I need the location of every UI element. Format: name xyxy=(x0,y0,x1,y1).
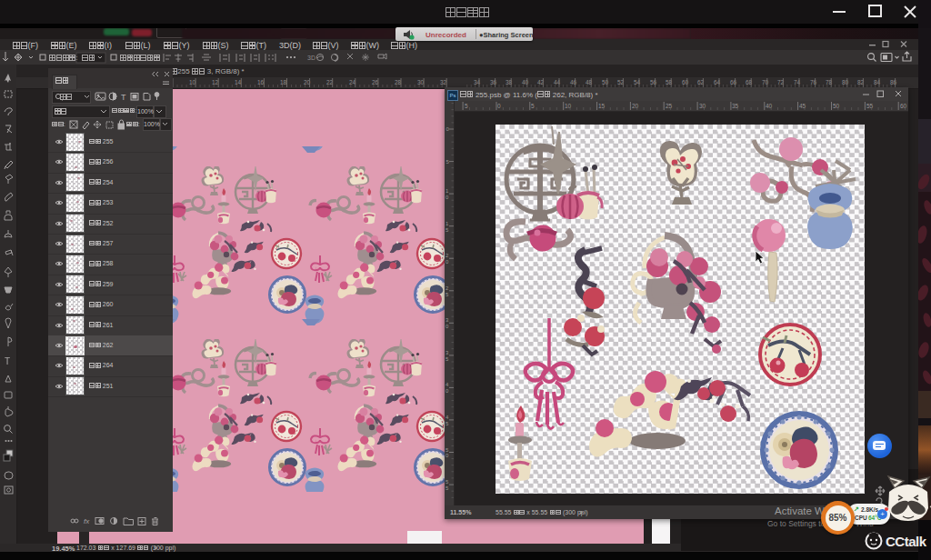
svg-text:16: 16 xyxy=(257,79,265,85)
svg-text:10: 10 xyxy=(565,103,572,109)
svg-text:0: 0 xyxy=(446,126,450,132)
svg-text:40: 40 xyxy=(522,79,529,85)
svg-text:T: T xyxy=(5,356,10,366)
svg-text:0: 0 xyxy=(445,195,449,200)
svg-text:80: 80 xyxy=(842,79,849,85)
svg-text:56: 56 xyxy=(650,79,657,85)
svg-text:2: 2 xyxy=(445,253,449,258)
svg-text:20: 20 xyxy=(632,103,639,109)
svg-text:36: 36 xyxy=(490,79,497,85)
svg-text:fx: fx xyxy=(84,517,90,525)
svg-text:32: 32 xyxy=(440,79,447,85)
svg-text:60: 60 xyxy=(682,79,689,85)
svg-text:0: 0 xyxy=(445,259,449,265)
svg-text:76: 76 xyxy=(810,79,817,85)
svg-text:18: 18 xyxy=(280,79,287,85)
svg-text:5: 5 xyxy=(445,421,449,426)
svg-text:3D: 3D xyxy=(307,55,315,61)
svg-text:4: 4 xyxy=(445,382,449,387)
svg-text:55: 55 xyxy=(866,103,874,109)
svg-text:3: 3 xyxy=(445,350,449,355)
svg-text:5: 5 xyxy=(531,103,535,109)
svg-text:0: 0 xyxy=(445,453,449,458)
svg-text:0: 0 xyxy=(445,388,449,394)
svg-text:0: 0 xyxy=(445,324,449,329)
svg-text:2: 2 xyxy=(445,285,449,291)
svg-text:5: 5 xyxy=(446,159,450,165)
svg-text:30: 30 xyxy=(699,103,706,109)
svg-text:70: 70 xyxy=(762,79,769,85)
svg-text:5: 5 xyxy=(445,292,449,297)
svg-text:4: 4 xyxy=(445,415,449,420)
svg-text:5: 5 xyxy=(445,356,449,362)
svg-text:1: 1 xyxy=(445,221,449,226)
svg-text:15: 15 xyxy=(598,103,606,109)
svg-text:12: 12 xyxy=(212,79,219,85)
svg-text:5: 5 xyxy=(465,103,468,109)
svg-text:86: 86 xyxy=(890,79,897,85)
svg-text:46: 46 xyxy=(570,79,577,85)
svg-text:1: 1 xyxy=(445,188,449,194)
svg-text:14: 14 xyxy=(235,79,242,85)
svg-text:10: 10 xyxy=(189,79,196,85)
svg-text:5: 5 xyxy=(445,227,449,233)
svg-text:60: 60 xyxy=(900,103,907,109)
svg-text:0: 0 xyxy=(497,103,501,109)
svg-text:30: 30 xyxy=(417,79,425,85)
svg-text:5: 5 xyxy=(445,479,449,485)
svg-text:50: 50 xyxy=(602,79,609,85)
svg-text:28: 28 xyxy=(395,79,402,85)
svg-text:25: 25 xyxy=(666,103,673,109)
svg-text:T: T xyxy=(121,93,126,102)
svg-text:50: 50 xyxy=(833,103,840,109)
svg-text:45: 45 xyxy=(799,103,806,109)
svg-text:66: 66 xyxy=(730,79,737,85)
svg-text:3: 3 xyxy=(445,317,449,323)
svg-text:5: 5 xyxy=(445,485,449,491)
